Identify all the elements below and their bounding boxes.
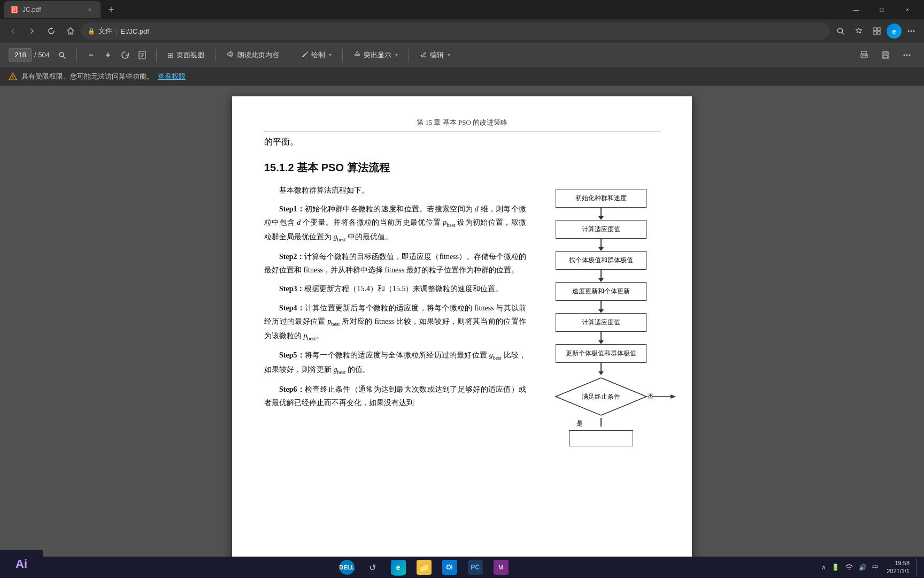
permission-banner: 具有受限权限。您可能无法访问某些功能。 查看权限 <box>0 66 924 86</box>
arrowhead-3 <box>598 278 604 282</box>
clock-time: 19:58 <box>887 559 910 567</box>
arrow-3 <box>600 270 602 278</box>
ai-badge[interactable]: Ai <box>0 550 43 578</box>
pdf-content: 第 15 章 基本 PSO 的改进策略 的平衡。 15.1.2 基本 PSO 算… <box>0 86 924 557</box>
taskbar-app-dell[interactable]: DELL <box>335 558 359 577</box>
taskbar-app-meetup[interactable]: M <box>489 558 513 577</box>
save-button[interactable] <box>877 47 894 64</box>
favorites-button[interactable] <box>850 22 867 40</box>
flowchart-box-5: 计算适应度值 <box>556 313 646 332</box>
close-button[interactable]: × <box>895 1 920 18</box>
arrow-5 <box>600 332 602 340</box>
tab-close-button[interactable]: × <box>86 5 94 14</box>
tab-area: JC.pdf × + <box>4 0 119 19</box>
minimize-button[interactable]: — <box>844 1 868 18</box>
read-aloud-icon <box>226 50 235 60</box>
meetup-icon: M <box>494 560 509 575</box>
battery-icon[interactable]: 🔋 <box>830 562 841 572</box>
page-view-button[interactable]: ⊞ 页面视图 <box>163 48 209 62</box>
arrowhead-5 <box>598 340 604 344</box>
page-number-input[interactable] <box>9 48 32 62</box>
svg-point-13 <box>59 52 64 57</box>
total-pages-label: / 504 <box>34 51 50 59</box>
svg-text:满足终止条件: 满足终止条件 <box>582 393 620 400</box>
draw-button[interactable]: 绘制 ▾ <box>297 48 336 62</box>
text-column: 基本微粒群算法流程如下。 Step1：初始化种群中各微粒的速度和位置。若搜索空间… <box>264 184 526 446</box>
fc-box2-text: 计算适应度值 <box>582 225 620 233</box>
svg-rect-23 <box>863 56 866 58</box>
taskbar-app-explorer[interactable]: 📁 <box>412 558 436 577</box>
pdf-search-button[interactable] <box>54 47 70 63</box>
zoom-in-button[interactable]: + <box>101 48 116 63</box>
svg-rect-8 <box>874 32 876 34</box>
back-button[interactable] <box>4 22 21 40</box>
dell-icon: DELL <box>340 560 355 575</box>
zoom-out-button[interactable]: − <box>83 48 98 63</box>
new-tab-button[interactable]: + <box>104 2 119 17</box>
forward-button[interactable] <box>24 22 41 40</box>
print-button[interactable] <box>856 47 873 64</box>
page-number-group: / 504 <box>9 48 50 62</box>
flowchart-box-2: 计算适应度值 <box>556 220 646 239</box>
step4-paragraph: Step4：计算位置更新后每个微粒的适应度，将每个微粒的 fitness 与其以… <box>264 301 526 344</box>
maximize-button[interactable]: □ <box>869 1 894 18</box>
taskbar-right: ∧ 🔋 🔊 中 19:58 2021/1/1 <box>820 558 920 577</box>
svg-marker-36 <box>671 394 676 399</box>
separator-1 <box>76 49 77 62</box>
taskbar-app-outlook[interactable]: Ol <box>438 558 461 577</box>
diamond-svg: 满足终止条件 <box>553 375 649 418</box>
page-view-icon: ⊞ <box>167 51 174 59</box>
refresh-button[interactable] <box>43 22 60 40</box>
fit-rotate-button[interactable] <box>118 48 133 63</box>
svg-line-14 <box>63 56 65 58</box>
taskbar-center: DELL ↺ e 📁 Ol PC M <box>30 558 818 577</box>
flowchart-end-box <box>569 430 633 446</box>
intro-paragraph: 的平衡。 <box>264 136 660 148</box>
network-icon[interactable] <box>843 562 855 573</box>
ime-icon[interactable]: 中 <box>871 562 880 573</box>
step2-paragraph: Step2：计算每个微粒的目标函数值，即适应度（fitness）。存储每个微粒的… <box>264 250 526 277</box>
home-button[interactable] <box>62 22 79 40</box>
svg-point-28 <box>904 54 905 56</box>
section-title: 15.1.2 基本 PSO 算法流程 <box>264 161 660 175</box>
show-desktop-button[interactable] <box>916 558 920 577</box>
fit-page-button[interactable] <box>135 48 150 63</box>
security-icon: 🔒 <box>88 28 95 35</box>
explorer-icon: 📁 <box>417 560 432 575</box>
nav-right-icons: e <box>832 22 920 40</box>
step2-label: Step2： <box>279 253 304 261</box>
read-aloud-button[interactable]: 朗读此页内容 <box>222 48 283 62</box>
edit-button[interactable]: 编辑 ▾ <box>415 48 455 62</box>
taskbar-app-custom[interactable]: PC <box>464 558 487 577</box>
collections-button[interactable] <box>868 22 886 40</box>
address-path: E:/JC.pdf <box>120 27 149 35</box>
zoom-controls: − + <box>83 48 150 63</box>
taskbar-app-refresh[interactable]: ↺ <box>361 558 384 577</box>
svg-rect-26 <box>884 52 887 54</box>
taskbar-app-edge[interactable]: e <box>387 558 410 577</box>
arrow-7 <box>600 418 602 427</box>
content-area: 基本微粒群算法流程如下。 Step1：初始化种群中各微粒的速度和位置。若搜索空间… <box>264 184 660 446</box>
settings-more-button[interactable] <box>903 22 920 40</box>
active-tab[interactable]: JC.pdf × <box>4 1 101 18</box>
system-clock[interactable]: 19:58 2021/1/1 <box>883 558 913 577</box>
volume-icon[interactable]: 🔊 <box>857 562 868 572</box>
tray-expand-icon[interactable]: ∧ <box>820 562 828 572</box>
page-view-label: 页面视图 <box>176 50 204 60</box>
highlight-button[interactable]: 突出显示 ▾ <box>349 48 402 62</box>
fc-box6-text: 更新个体极值和群体极值 <box>566 349 636 357</box>
edit-icon <box>420 50 427 59</box>
window-controls: — □ × <box>844 1 920 18</box>
tab-favicon <box>11 6 18 13</box>
address-bar[interactable]: 🔒 文件 | E:/JC.pdf <box>81 22 830 40</box>
svg-point-12 <box>913 31 915 32</box>
step1-paragraph: Step1：初始化种群中各微粒的速度和位置。若搜索空间为 d 维，则每个微粒中包… <box>264 202 526 245</box>
step6-label: Step6： <box>279 385 305 393</box>
permission-link[interactable]: 查看权限 <box>158 72 186 81</box>
edge-profile-icon[interactable]: e <box>887 24 902 39</box>
paragraph-intro: 基本微粒群算法流程如下。 <box>264 184 526 197</box>
edit-label: 编辑 <box>430 50 444 60</box>
more-tools-button[interactable] <box>898 47 915 64</box>
step3-label: Step3： <box>279 285 304 293</box>
search-button[interactable] <box>832 22 849 40</box>
